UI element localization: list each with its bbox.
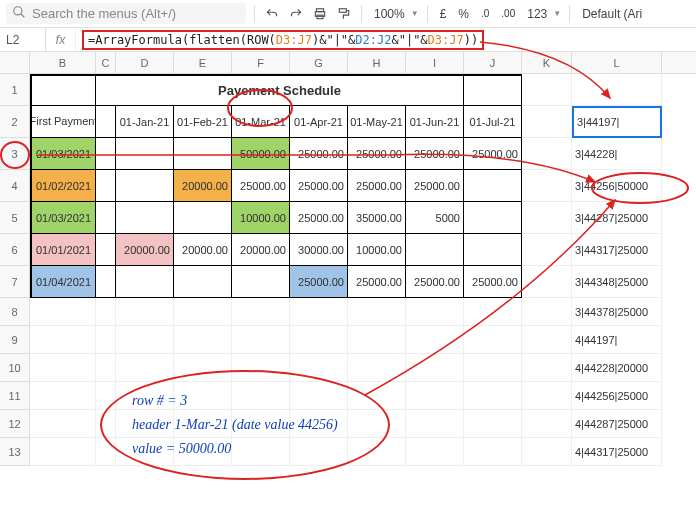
col-L[interactable]: L bbox=[572, 52, 662, 73]
header-first-payment[interactable]: First Payment bbox=[30, 106, 96, 138]
cell[interactable] bbox=[116, 438, 174, 466]
cell[interactable]: 4|44287|25000 bbox=[572, 410, 662, 438]
cell[interactable] bbox=[116, 326, 174, 354]
col-B[interactable]: B bbox=[30, 52, 96, 73]
search-menus-input[interactable]: Search the menus (Alt+/) bbox=[6, 3, 246, 24]
cell[interactable] bbox=[406, 326, 464, 354]
cell[interactable] bbox=[96, 138, 116, 170]
cell[interactable]: 01/01/2021 bbox=[30, 234, 96, 266]
cell[interactable] bbox=[522, 106, 572, 138]
cell[interactable] bbox=[464, 382, 522, 410]
cell[interactable] bbox=[96, 326, 116, 354]
cell[interactable] bbox=[464, 410, 522, 438]
row-1[interactable]: 1 bbox=[0, 74, 29, 106]
col-C[interactable]: C bbox=[96, 52, 116, 73]
row-6[interactable]: 6 bbox=[0, 234, 29, 266]
cell[interactable] bbox=[406, 354, 464, 382]
cell[interactable]: 01/03/2021 bbox=[30, 202, 96, 234]
cell[interactable] bbox=[348, 438, 406, 466]
cell[interactable]: 5000 bbox=[406, 202, 464, 234]
cell[interactable]: 25000.00 bbox=[406, 170, 464, 202]
cell[interactable] bbox=[232, 382, 290, 410]
cell[interactable]: 4|44228|20000 bbox=[572, 354, 662, 382]
cell[interactable] bbox=[290, 410, 348, 438]
cell[interactable]: 10000.00 bbox=[232, 202, 290, 234]
cell[interactable] bbox=[572, 74, 662, 106]
cell[interactable]: 4|44197| bbox=[572, 326, 662, 354]
row-11[interactable]: 11 bbox=[0, 382, 29, 410]
cell[interactable] bbox=[348, 298, 406, 326]
cell[interactable]: 25000.00 bbox=[464, 138, 522, 170]
cell[interactable] bbox=[522, 234, 572, 266]
name-box[interactable]: L2 bbox=[0, 28, 46, 51]
cell[interactable] bbox=[96, 234, 116, 266]
cell[interactable]: 3|44348|25000 bbox=[572, 266, 662, 298]
cell[interactable] bbox=[464, 74, 522, 106]
cell[interactable] bbox=[522, 354, 572, 382]
cell[interactable] bbox=[406, 382, 464, 410]
cell[interactable]: 4|44317|25000 bbox=[572, 438, 662, 466]
cell[interactable]: 01/03/2021 bbox=[30, 138, 96, 170]
cell[interactable] bbox=[174, 326, 232, 354]
row-3[interactable]: 3 bbox=[0, 138, 29, 170]
cell[interactable]: 3|44378|25000 bbox=[572, 298, 662, 326]
cell[interactable] bbox=[30, 354, 96, 382]
cell[interactable] bbox=[348, 382, 406, 410]
cell[interactable] bbox=[522, 266, 572, 298]
more-formats[interactable]: 123 bbox=[523, 5, 551, 23]
cell[interactable]: 25000.00 bbox=[290, 170, 348, 202]
cell[interactable]: 25000.00 bbox=[290, 202, 348, 234]
cell[interactable] bbox=[348, 410, 406, 438]
header-date[interactable]: 01-Jan-21 bbox=[116, 106, 174, 138]
cell[interactable] bbox=[96, 382, 116, 410]
cell[interactable] bbox=[522, 202, 572, 234]
row-10[interactable]: 10 bbox=[0, 354, 29, 382]
formula-input[interactable]: =ArrayFormula(flatten(ROW(D3:J7)&"|"&D2:… bbox=[76, 28, 696, 52]
col-E[interactable]: E bbox=[174, 52, 232, 73]
cell[interactable]: 10000.00 bbox=[348, 234, 406, 266]
cell[interactable] bbox=[522, 438, 572, 466]
row-4[interactable]: 4 bbox=[0, 170, 29, 202]
cell[interactable] bbox=[232, 438, 290, 466]
cell[interactable] bbox=[174, 266, 232, 298]
cell[interactable] bbox=[96, 266, 116, 298]
paint-format-icon[interactable] bbox=[335, 5, 353, 23]
row-9[interactable]: 9 bbox=[0, 326, 29, 354]
cell[interactable] bbox=[232, 410, 290, 438]
cell[interactable] bbox=[464, 170, 522, 202]
cell[interactable] bbox=[522, 326, 572, 354]
cell[interactable]: 20000.00 bbox=[174, 234, 232, 266]
cell[interactable]: 3|44256|50000 bbox=[572, 170, 662, 202]
cell[interactable] bbox=[522, 298, 572, 326]
cell[interactable] bbox=[116, 138, 174, 170]
header-date[interactable]: 01-Mar-21 bbox=[232, 106, 290, 138]
cell[interactable]: 35000.00 bbox=[348, 202, 406, 234]
cell[interactable] bbox=[174, 438, 232, 466]
cell[interactable]: 20000.00 bbox=[232, 234, 290, 266]
cell[interactable]: 25000.00 bbox=[290, 138, 348, 170]
cell[interactable]: 4|44256|25000 bbox=[572, 382, 662, 410]
row-2[interactable]: 2 bbox=[0, 106, 29, 138]
cell[interactable] bbox=[116, 410, 174, 438]
cell[interactable]: 30000.00 bbox=[290, 234, 348, 266]
cell[interactable]: 3|44317|25000 bbox=[572, 234, 662, 266]
cell[interactable] bbox=[30, 382, 96, 410]
cell[interactable]: 25000.00 bbox=[406, 266, 464, 298]
format-percent[interactable]: % bbox=[454, 5, 473, 23]
cell[interactable] bbox=[290, 382, 348, 410]
header-date[interactable]: 01-Jun-21 bbox=[406, 106, 464, 138]
cell[interactable]: 01/02/2021 bbox=[30, 170, 96, 202]
cell[interactable] bbox=[30, 74, 96, 106]
cell[interactable] bbox=[96, 106, 116, 138]
cell[interactable] bbox=[406, 298, 464, 326]
decrease-decimal[interactable]: .0 bbox=[477, 6, 493, 21]
cell[interactable] bbox=[464, 354, 522, 382]
cell[interactable] bbox=[174, 298, 232, 326]
row-7[interactable]: 7 bbox=[0, 266, 29, 298]
col-F[interactable]: F bbox=[232, 52, 290, 73]
font-select[interactable]: Default (Ari bbox=[578, 5, 646, 23]
cell[interactable] bbox=[522, 138, 572, 170]
cell[interactable] bbox=[174, 410, 232, 438]
cell[interactable]: 25000.00 bbox=[348, 138, 406, 170]
cell[interactable] bbox=[232, 266, 290, 298]
